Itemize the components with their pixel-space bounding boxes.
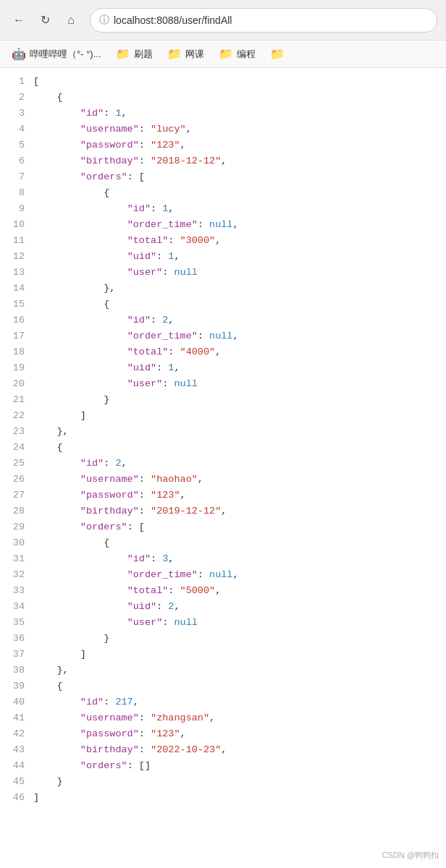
json-line: "orders": [ [33,519,446,535]
json-line: "user": null [33,265,446,281]
bookmark-bilibili[interactable]: 🤖 哔哩哔哩（°- °)... [6,45,107,63]
json-line: "birthday": "2022-10-23", [33,742,446,758]
line-number: 4 [0,122,30,137]
json-line: "username": "zhangsan", [33,710,446,726]
json-line: { [33,90,446,106]
line-number: 27 [0,488,30,503]
json-line: } [33,631,446,647]
json-line: }, [33,281,446,297]
json-line: ] [33,408,446,424]
json-line: "id": 1, [33,201,446,217]
line-number: 26 [0,472,30,488]
line-number: 1 [0,74,30,90]
line-number: 15 [0,297,30,312]
json-line: { [33,185,446,201]
json-line: ] [33,790,446,806]
json-line: "uid": 1, [33,249,446,265]
line-number: 31 [0,551,30,567]
json-line: { [33,297,446,312]
bookmark-shuati[interactable]: 📁 刷题 [110,45,159,63]
json-line: "id": 2, [33,456,446,472]
line-number: 46 [0,790,30,806]
json-line: "order_time": null, [33,567,446,583]
line-number: 18 [0,344,30,360]
url-text: localhost:8088/user/findAll [114,14,232,26]
line-number: 40 [0,694,30,710]
back-button[interactable]: ← [9,10,29,30]
line-number: 17 [0,328,30,344]
line-number: 20 [0,376,30,392]
json-line: "id": 217, [33,694,446,710]
line-number: 33 [0,583,30,599]
line-number: 44 [0,758,30,774]
bilibili-icon: 🤖 [12,47,26,61]
biancheng-icon: 📁 [219,47,233,61]
json-line: { [33,535,446,551]
json-line: "password": "123", [33,726,446,742]
json-line: "user": null [33,376,446,392]
json-line: { [33,678,446,694]
line-number: 23 [0,424,30,440]
json-line: } [33,774,446,790]
line-number: 25 [0,456,30,472]
line-number: 9 [0,201,30,217]
json-line: "password": "123", [33,137,446,153]
json-line: "username": "lucy", [33,122,446,137]
line-number: 21 [0,392,30,408]
line-number: 10 [0,217,30,233]
bookmarks-bar: 🤖 哔哩哔哩（°- °)... 📁 刷题 📁 网课 📁 编程 📁 [0,41,446,68]
line-number: 43 [0,742,30,758]
line-number: 3 [0,106,30,122]
json-line: ] [33,647,446,663]
json-line: "order_time": null, [33,328,446,344]
line-number: 8 [0,185,30,201]
line-number: 41 [0,710,30,726]
line-number: 6 [0,153,30,169]
line-number: 30 [0,535,30,551]
content-area: 1234567891011121314151617181920212223242… [0,68,446,868]
line-numbers: 1234567891011121314151617181920212223242… [0,68,30,868]
json-line: "total": "5000", [33,583,446,599]
more-icon: 📁 [270,47,285,61]
line-number: 22 [0,408,30,424]
wangke-icon: 📁 [167,47,182,61]
line-number: 37 [0,647,30,663]
json-line: "id": 2, [33,312,446,328]
json-line: "username": "haohao", [33,472,446,488]
refresh-button[interactable]: ↻ [35,10,55,30]
json-line: "birthday": "2018-12-12", [33,153,446,169]
address-bar[interactable]: ⓘ localhost:8088/user/findAll [90,8,437,33]
line-number: 39 [0,678,30,694]
bookmark-bilibili-label: 哔哩哔哩（°- °)... [30,48,101,61]
bookmark-shuati-label: 刷题 [134,48,153,61]
bookmark-wangke[interactable]: 📁 网课 [161,45,210,63]
line-number: 34 [0,599,30,615]
json-line: }, [33,424,446,440]
json-line: "id": 3, [33,551,446,567]
shuati-icon: 📁 [116,47,130,61]
line-number: 24 [0,440,30,456]
json-line: "orders": [ [33,169,446,185]
browser-toolbar: ← ↻ ⌂ ⓘ localhost:8088/user/findAll [0,0,446,41]
line-number: 11 [0,233,30,249]
nav-buttons: ← ↻ ⌂ [9,10,81,30]
line-number: 5 [0,137,30,153]
line-number: 12 [0,249,30,265]
line-number: 29 [0,519,30,535]
home-button[interactable]: ⌂ [61,10,81,30]
json-line: [ [33,74,446,90]
line-number: 28 [0,503,30,519]
line-number: 16 [0,312,30,328]
line-number: 19 [0,360,30,376]
json-line: "id": 1, [33,106,446,122]
json-area: [ { "id": 1, "username": "lucy", "passwo… [30,68,446,868]
json-line: "user": null [33,615,446,631]
line-number: 32 [0,567,30,583]
line-number: 38 [0,663,30,678]
bookmark-wangke-label: 网课 [185,48,204,61]
bookmark-biancheng[interactable]: 📁 编程 [213,45,261,63]
json-line: "password": "123", [33,488,446,503]
line-number: 2 [0,90,30,106]
info-icon: ⓘ [99,14,109,27]
bookmark-more[interactable]: 📁 [264,45,290,63]
